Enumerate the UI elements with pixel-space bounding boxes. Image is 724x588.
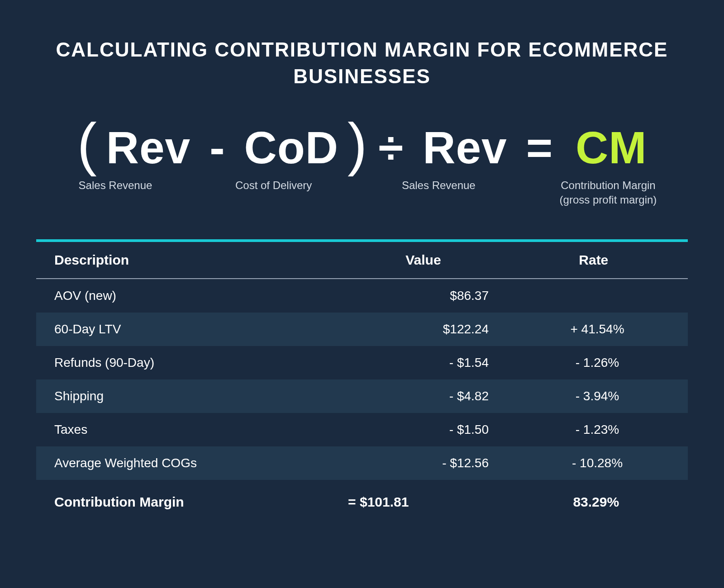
sub-label-cod: Cost of Delivery (206, 178, 342, 208)
cell-value: - $1.50 (326, 422, 516, 437)
formula-minus-op: - (200, 122, 235, 174)
cell-desc: 60-Day LTV (54, 322, 326, 337)
margin-table: Description Value Rate AOV (new) $86.37 … (36, 239, 688, 518)
table-row: AOV (new) $86.37 (36, 279, 688, 313)
sub-label-cm: Contribution Margin (gross profit margin… (536, 178, 681, 208)
table-row: Average Weighted COGs - $12.56 - 10.28% (36, 446, 688, 480)
col-header-description: Description (54, 252, 338, 268)
formula-sub-labels: Sales Revenue Cost of Delivery Sales Rev… (36, 178, 688, 208)
cell-rate: + 41.54% (516, 322, 679, 337)
sub-label-cm-line2: (gross profit margin) (560, 194, 657, 206)
infographic: CALCULATING CONTRIBUTION MARGIN FOR ECOM… (0, 0, 724, 588)
cell-desc: Taxes (54, 422, 326, 437)
cell-value: - $4.82 (326, 389, 516, 403)
col-header-rate: Rate (509, 252, 679, 268)
footer-rate: 83.29% (514, 494, 679, 510)
cell-value: $86.37 (326, 289, 516, 303)
cell-desc: Average Weighted COGs (54, 456, 326, 470)
cell-desc: AOV (new) (54, 289, 326, 303)
table-row: Shipping - $4.82 - 3.94% (36, 379, 688, 413)
cell-value: - $12.56 (326, 456, 516, 470)
cell-rate: - 10.28% (516, 456, 679, 470)
cell-desc: Refunds (90-Day) (54, 356, 326, 370)
footer-value: = $101.81 (330, 494, 513, 510)
sub-label-rev1: Sales Revenue (63, 178, 167, 208)
page-title: CALCULATING CONTRIBUTION MARGIN FOR ECOM… (36, 36, 688, 90)
formula-divide-op: ÷ (368, 122, 414, 174)
formula-cm-term: CM (564, 122, 647, 174)
col-header-value: Value (338, 252, 508, 268)
cell-rate: - 1.23% (516, 422, 679, 437)
cell-desc: Shipping (54, 389, 326, 403)
table-footer-row: Contribution Margin = $101.81 83.29% (36, 486, 688, 518)
sub-label-rev2: Sales Revenue (380, 178, 497, 208)
cell-rate: - 1.26% (516, 356, 679, 370)
footer-desc: Contribution Margin (54, 494, 330, 510)
sub-label-cm-line1: Contribution Margin (561, 179, 655, 191)
table-row: 60-Day LTV $122.24 + 41.54% (36, 313, 688, 346)
formula-open-paren: ( (77, 126, 97, 161)
cell-rate: - 3.94% (516, 389, 679, 403)
formula-rev-term-2: Rev (414, 122, 515, 174)
table-row: Taxes - $1.50 - 1.23% (36, 413, 688, 446)
table-row: Refunds (90-Day) - $1.54 - 1.26% (36, 346, 688, 379)
formula-close-paren: ) (348, 126, 367, 161)
formula-equals-op: = (516, 122, 563, 174)
cell-value: $122.24 (326, 322, 516, 337)
table-header-row: Description Value Rate (36, 242, 688, 279)
formula: ( Rev - CoD ) ÷ Rev = CM (36, 122, 688, 174)
formula-cod-term: CoD (236, 122, 347, 174)
cell-value: - $1.54 (326, 356, 516, 370)
formula-rev-term-1: Rev (98, 122, 199, 174)
